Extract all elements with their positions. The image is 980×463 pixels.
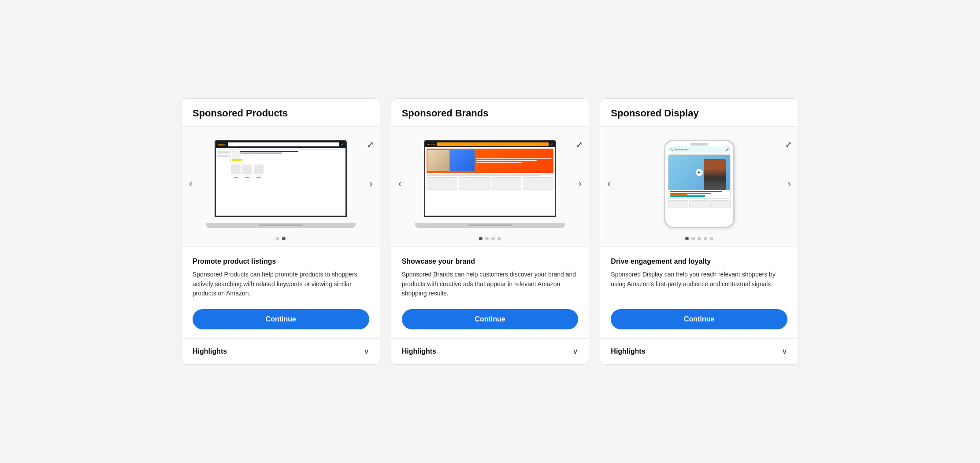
phone-product-title-1 (670, 191, 723, 192)
carousel-next-products[interactable]: › (366, 175, 376, 193)
amz-placeholder-2 (242, 164, 252, 174)
phone-product-info (668, 190, 730, 198)
brands-content (425, 147, 555, 191)
carousel-prev-brands[interactable]: ‹ (395, 175, 405, 193)
laptop-base-line (259, 224, 303, 226)
card-header-display: Sponsored Display (600, 99, 798, 127)
amz-product-img (232, 151, 240, 159)
amz-sidebar-item (217, 156, 230, 157)
card-description-products: Sponsored Products can help promote prod… (193, 270, 369, 299)
amz-sub-product-1: ★★★★ (230, 164, 241, 178)
dot-brands-1[interactable] (485, 237, 489, 240)
amz-sidebar (217, 149, 230, 178)
carousel-display: ‹ 🔍 Search Amazon 🎤 ▶ (600, 127, 798, 247)
phone-bottom-item-2 (689, 200, 709, 208)
laptop-mockup-products: amazon 🛒 (206, 140, 356, 228)
amazon-page-products: amazon 🛒 (216, 141, 345, 216)
carousel-next-display[interactable]: › (784, 175, 794, 193)
amz-placeholder-3 (254, 164, 264, 174)
amz-sub-stars-1: ★★★★ (233, 175, 238, 177)
amz-sub-stars-2: ★★★★ (245, 175, 250, 177)
brands-sub-lines (427, 174, 553, 176)
brands-item-4 (523, 177, 553, 190)
amz-main-content: ★ ★ ★ ★ ☆ (230, 149, 344, 178)
dot-products-0[interactable] (276, 237, 279, 240)
carousel-image-display: 🔍 Search Amazon 🎤 ▶ (616, 138, 783, 230)
phone-notch (690, 143, 708, 146)
carousel-dots-display (685, 237, 713, 240)
dot-brands-2[interactable] (491, 237, 495, 240)
amz-sidebar-item (217, 152, 230, 153)
phone-img-person (704, 159, 726, 190)
phone-product-title-2 (670, 193, 711, 194)
brands-banner-img2 (450, 150, 475, 171)
sponsored-brands-card: Sponsored Brands ‹ amazon 🛒 (391, 98, 590, 365)
dot-display-0[interactable] (685, 237, 689, 240)
amz-stars: ★ ★ ★ ★ ☆ (241, 154, 342, 156)
carousel-next-brands[interactable]: › (575, 175, 585, 193)
expand-icon-brands[interactable]: ⤢ (576, 140, 583, 149)
sub-star: ★★★★ (245, 175, 250, 177)
card-footer-brands[interactable]: Highlights ∨ (391, 338, 589, 364)
dot-display-1[interactable] (691, 237, 695, 240)
amz-sidebar-item (217, 149, 230, 150)
amz-sub-price-2 (245, 177, 249, 178)
amz-navbar-products: amazon 🛒 (216, 141, 345, 148)
expand-icon-display[interactable]: ⤢ (785, 140, 792, 149)
carousel-prev-products[interactable]: ‹ (186, 175, 196, 193)
card-title-products: Sponsored Products (193, 108, 288, 119)
amz-sub-stars-3: ★★★★ (256, 175, 261, 177)
card-body-products: Promote product listings Sponsored Produ… (182, 247, 380, 338)
carousel-brands: ‹ amazon 🛒 (391, 127, 589, 247)
dot-display-4[interactable] (710, 237, 713, 240)
card-footer-display[interactable]: Highlights ∨ (600, 338, 798, 364)
star-2: ★ (243, 154, 245, 156)
sub-star: ★★★★ (256, 175, 261, 177)
dot-display-3[interactable] (704, 237, 707, 240)
phone-mic-icon: 🎤 (726, 148, 729, 151)
phone-bottom-item-3 (710, 200, 731, 208)
brands-search-bar (437, 142, 549, 146)
brands-laptop-base (415, 223, 565, 228)
carousel-image-brands: amazon 🛒 (406, 138, 574, 230)
brands-mockup: amazon 🛒 (415, 140, 565, 228)
card-description-brands: Sponsored Brands can help customers disc… (402, 270, 579, 299)
amz-sub-price-1 (234, 177, 238, 178)
expand-icon-products[interactable]: ⤢ (367, 140, 374, 149)
chevron-icon-brands: ∨ (572, 347, 578, 356)
laptop-base (206, 223, 356, 228)
continue-button-products[interactable]: Continue (193, 309, 369, 329)
carousel-inner-display: ‹ 🔍 Search Amazon 🎤 ▶ (600, 135, 798, 232)
brands-item-3 (491, 177, 522, 190)
phone-bottom-items (668, 200, 731, 208)
phone-mockup-display: 🔍 Search Amazon 🎤 ▶ (664, 140, 735, 228)
dot-brands-0[interactable] (479, 237, 483, 240)
brands-row-items (427, 177, 553, 190)
card-footer-products[interactable]: Highlights ∨ (182, 338, 380, 364)
dot-brands-3[interactable] (497, 237, 501, 240)
amazon-logo: amazon (218, 143, 226, 146)
card-title-brands: Sponsored Brands (402, 108, 489, 119)
amz-cart-icon: 🛒 (341, 143, 344, 146)
brands-navbar: amazon 🛒 (425, 141, 555, 147)
dot-display-2[interactable] (698, 237, 701, 240)
carousel-image-products: amazon 🛒 (197, 138, 364, 230)
brands-laptop-base-line (468, 224, 512, 226)
amz-product-card-featured: ★ ★ ★ ★ ☆ (230, 149, 344, 163)
continue-button-brands[interactable]: Continue (402, 309, 579, 329)
dot-products-1[interactable] (282, 237, 286, 240)
amz-buy-button (232, 159, 242, 161)
carousel-prev-display[interactable]: ‹ (604, 175, 614, 193)
continue-button-display[interactable]: Continue (611, 309, 787, 329)
phone-search-bar: 🔍 Search Amazon 🎤 (668, 146, 731, 153)
card-title-display: Sponsored Display (611, 108, 698, 119)
brands-laptop-screen: amazon 🛒 (424, 140, 556, 217)
chevron-icon-display: ∨ (782, 347, 787, 356)
chevron-icon-products: ∨ (364, 347, 369, 356)
star-5: ☆ (249, 154, 251, 156)
brands-sub-line-1 (427, 174, 553, 175)
sub-star: ★★★★ (233, 175, 238, 177)
brands-amazon-logo: amazon (427, 143, 435, 146)
brands-item-2 (459, 177, 490, 190)
carousel-inner-products: ‹ amazon 🛒 (182, 135, 380, 232)
